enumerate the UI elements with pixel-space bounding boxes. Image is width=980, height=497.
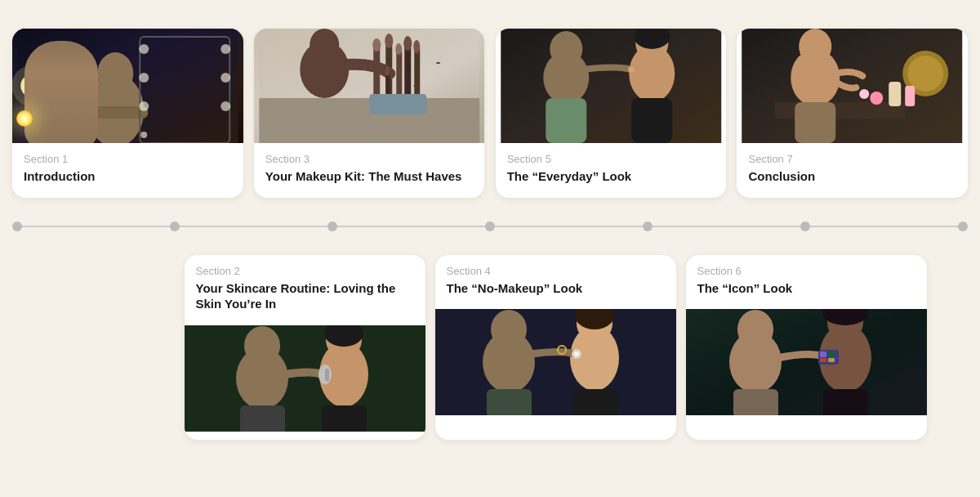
svg-point-10 [140, 132, 147, 138]
bottom-row: Section 2 Your Skincare Routine: Loving … [131, 255, 980, 456]
svg-point-46 [871, 92, 884, 105]
timeline-dot-1 [12, 222, 22, 231]
timeline-dot-6 [800, 222, 810, 231]
svg-point-21 [395, 43, 402, 55]
section6-image [686, 309, 927, 423]
section2-content: Section 2 Your Skincare Routine: Loving … [185, 255, 425, 325]
svg-point-23 [403, 36, 412, 51]
svg-rect-5 [82, 106, 148, 119]
timeline [0, 206, 980, 247]
svg-point-2 [12, 65, 52, 106]
svg-rect-37 [631, 98, 672, 143]
svg-rect-18 [385, 41, 392, 102]
section2-title: Your Skincare Routine: Loving the Skin Y… [196, 280, 414, 312]
timeline-dot-5 [643, 222, 653, 231]
section3-content: Section 3 Your Makeup Kit: The Must Have… [254, 143, 485, 198]
svg-point-13 [220, 101, 230, 111]
section4-title: The “No-Makeup” Look [447, 280, 665, 297]
svg-rect-55 [240, 405, 285, 432]
section5-label: Section 5 [507, 153, 715, 165]
timeline-container: Section 1 Introduction [0, 0, 980, 472]
section4-image [435, 309, 676, 423]
svg-point-9 [139, 101, 149, 111]
section3-label: Section 3 [265, 153, 474, 165]
svg-point-1 [20, 74, 43, 97]
svg-point-54 [244, 326, 280, 365]
svg-point-8 [139, 73, 149, 83]
section2-label: Section 2 [196, 265, 414, 277]
section6-label: Section 6 [697, 265, 915, 277]
timeline-dot-3 [327, 222, 337, 231]
section-card-5[interactable]: Section 5 The “Everyday” Look [496, 29, 727, 198]
svg-rect-58 [322, 405, 367, 432]
section6-title: The “Icon” Look [697, 280, 915, 297]
svg-point-4 [97, 52, 133, 95]
svg-point-12 [220, 73, 230, 83]
svg-rect-45 [906, 86, 915, 106]
svg-rect-87 [686, 309, 927, 415]
section5-content: Section 5 The “Everyday” Look [496, 143, 727, 198]
svg-point-27 [300, 41, 349, 98]
svg-point-25 [413, 40, 420, 53]
section5-title: The “Everyday” Look [507, 168, 715, 185]
svg-rect-63 [435, 309, 676, 415]
svg-point-33 [550, 31, 582, 67]
top-row: Section 1 Introduction [0, 16, 980, 198]
svg-point-47 [860, 89, 870, 99]
section1-title: Introduction [24, 168, 232, 185]
svg-point-28 [310, 29, 339, 61]
svg-rect-44 [889, 82, 902, 106]
timeline-dot-2 [170, 222, 180, 231]
section-card-6[interactable]: Section 6 The “Icon” Look [686, 255, 927, 440]
svg-point-72 [574, 351, 579, 356]
section1-label: Section 1 [24, 153, 232, 165]
timeline-dots [12, 222, 968, 231]
svg-point-65 [491, 310, 527, 349]
section-card-3[interactable]: Section 3 Your Makeup Kit: The Must Have… [254, 29, 485, 198]
section4-content: Section 4 The “No-Makeup” Look [435, 255, 676, 310]
svg-rect-50 [795, 102, 836, 143]
svg-point-30 [385, 66, 390, 76]
section1-image [12, 29, 243, 143]
svg-rect-66 [487, 389, 532, 415]
svg-point-19 [385, 34, 393, 48]
svg-rect-16 [373, 45, 380, 102]
svg-rect-69 [572, 389, 617, 415]
svg-point-17 [372, 38, 381, 51]
svg-point-11 [220, 44, 230, 54]
timeline-dot-7 [958, 222, 968, 231]
section7-title: Conclusion [748, 168, 956, 185]
timeline-dot-4 [485, 222, 495, 231]
section3-title: Your Makeup Kit: The Must Haves [265, 168, 474, 185]
svg-rect-43 [775, 102, 906, 119]
section7-content: Section 7 Conclusion [737, 143, 968, 198]
svg-rect-29 [385, 69, 390, 94]
svg-rect-26 [369, 94, 426, 114]
section-card-4[interactable]: Section 4 The “No-Makeup” Look [435, 255, 676, 440]
section-card-1[interactable]: Section 1 Introduction [12, 29, 243, 198]
svg-point-39 [628, 66, 635, 73]
svg-rect-34 [546, 98, 586, 143]
section7-image [737, 29, 968, 143]
section1-content: Section 1 Introduction [12, 143, 243, 198]
svg-rect-15 [259, 98, 479, 143]
section-card-2[interactable]: Section 2 Your Skincare Routine: Loving … [185, 255, 425, 440]
section5-image [496, 29, 727, 143]
svg-point-7 [139, 44, 149, 54]
svg-rect-22 [404, 43, 411, 102]
section6-content: Section 6 The “Icon” Look [686, 255, 927, 310]
svg-rect-31 [501, 29, 721, 143]
svg-rect-14 [259, 29, 479, 143]
svg-rect-20 [396, 49, 402, 102]
section2-image [185, 325, 425, 440]
svg-point-49 [800, 29, 832, 65]
svg-rect-24 [414, 47, 420, 102]
svg-rect-52 [185, 325, 425, 432]
section3-image [254, 29, 485, 143]
section-card-7[interactable]: Section 7 Conclusion [737, 29, 968, 198]
section7-label: Section 7 [748, 153, 956, 165]
svg-rect-61 [325, 369, 329, 381]
section4-label: Section 4 [447, 265, 665, 277]
